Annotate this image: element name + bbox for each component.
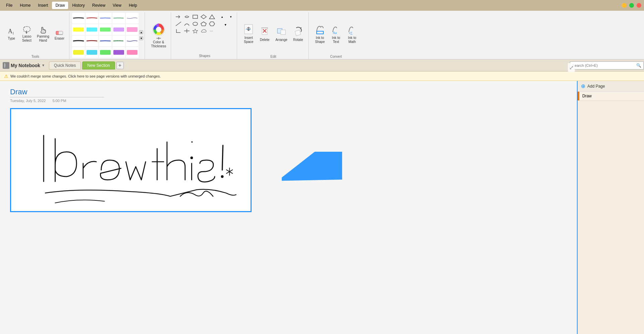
pen-3[interactable] — [99, 13, 112, 23]
shape-dropdown[interactable]: ▼ — [218, 21, 233, 28]
svg-marker-18 — [193, 29, 198, 33]
right-panel: ⊕ Add Page Draw T TEMPLATE.NET — [577, 81, 644, 334]
svg-text:Aa: Aa — [333, 31, 337, 35]
page-title-area: Draw Tuesday, July 5, 2022 5:00 PM — [10, 88, 567, 103]
shape-star[interactable] — [191, 28, 199, 34]
shape-hexagon[interactable] — [208, 20, 216, 27]
notebook-dropdown-icon[interactable]: ▼ — [42, 63, 45, 67]
rotate-button[interactable]: Rotate — [291, 24, 306, 43]
shape-triangle[interactable] — [208, 13, 216, 20]
highlighter-r2-violet[interactable] — [112, 47, 125, 58]
highlighter-green[interactable] — [99, 24, 112, 35]
highlighter-r2-yellow[interactable] — [72, 47, 85, 58]
shape-arc[interactable] — [183, 20, 191, 27]
add-section-button[interactable]: + — [116, 62, 124, 69]
pen-4[interactable] — [112, 13, 125, 23]
pen-r2-4[interactable] — [112, 36, 125, 46]
shape-lshape[interactable] — [174, 28, 182, 34]
eraser-button[interactable]: Eraser — [53, 26, 66, 42]
pen-r2-3[interactable] — [99, 36, 112, 46]
highlighter-yellow[interactable] — [72, 24, 85, 35]
expand-icon[interactable]: ⤢ — [568, 63, 575, 72]
pen-grid — [72, 13, 139, 58]
shape-cross[interactable] — [183, 28, 191, 34]
svg-point-39 — [221, 175, 224, 178]
highlighter-pink[interactable] — [126, 24, 139, 35]
shape-scroll-up[interactable]: ▲ — [218, 13, 226, 20]
highlighter-purple[interactable] — [112, 24, 125, 35]
ribbon: A I Type LassoSelect Panning — [0, 11, 644, 59]
pen-scroll-down[interactable]: ▼ — [139, 36, 143, 40]
add-page-button[interactable]: ⊕ Add Page — [578, 81, 644, 92]
ink-to-math-button[interactable]: π∑ Ink toMath — [345, 22, 360, 45]
shape-arrow[interactable] — [174, 13, 182, 20]
new-section-tab[interactable]: New Section — [82, 61, 115, 69]
highlighter-cyan[interactable] — [86, 24, 98, 35]
color-thickness-button[interactable]: Color &Thickness — [149, 21, 168, 50]
warning-message: We couldn't merge some changes. Click he… — [10, 74, 161, 78]
page-title-text[interactable]: Draw — [10, 88, 567, 96]
menu-review[interactable]: Review — [89, 2, 109, 9]
page-list-item[interactable]: Draw — [578, 92, 644, 101]
title-bar-right — [622, 3, 641, 8]
search-icon[interactable]: 🔍 — [636, 63, 641, 68]
quick-notes-tab[interactable]: Quick Notes — [49, 61, 81, 69]
title-bar-left: File Home Insert Draw History Review Vie… — [3, 2, 141, 9]
pen-2[interactable] — [86, 13, 98, 23]
pen-r2-2[interactable] — [86, 36, 98, 46]
shape-pentagon[interactable] — [200, 20, 208, 27]
page-item-label: Draw — [582, 94, 592, 98]
maximize-button[interactable] — [629, 3, 634, 8]
menu-draw[interactable]: Draw — [52, 2, 68, 9]
search-input[interactable] — [570, 61, 644, 69]
lasso-select-button[interactable]: LassoSelect — [20, 23, 34, 44]
highlighter-r2-pink2[interactable] — [126, 47, 139, 58]
menu-history[interactable]: History — [69, 2, 88, 9]
menu-view[interactable]: View — [109, 2, 125, 9]
highlighter-r2-teal[interactable] — [86, 47, 98, 58]
ink-to-shape-button[interactable]: Ink toShape — [313, 22, 327, 45]
pen-r2-1[interactable] — [72, 36, 85, 46]
shape-diamond[interactable] — [200, 13, 208, 20]
drawing-box[interactable] — [10, 108, 252, 212]
shapes-label: Shapes — [199, 54, 210, 58]
ribbon-group-color: Color &Thickness — [146, 12, 171, 59]
delete-button[interactable]: Delete — [257, 24, 272, 43]
shape-rect[interactable] — [191, 13, 199, 20]
svg-rect-30 — [317, 31, 323, 34]
ribbon-content: A I Type LassoSelect Panning — [0, 11, 644, 59]
menu-insert[interactable]: Insert — [35, 2, 51, 9]
svg-point-6 — [156, 27, 161, 32]
shape-lasso[interactable] — [183, 13, 191, 20]
close-button[interactable] — [637, 3, 641, 8]
menu-file[interactable]: File — [3, 2, 16, 9]
minimize-button[interactable] — [622, 3, 627, 8]
highlighter-r2-lime[interactable] — [99, 47, 112, 58]
pen-scroll-up[interactable]: ▲ — [139, 30, 143, 34]
pen-5[interactable] — [126, 13, 139, 23]
type-button[interactable]: A I Type — [4, 25, 19, 42]
menu-home[interactable]: Home — [16, 2, 34, 9]
notebook-title[interactable]: My Notebook ▼ — [3, 62, 45, 69]
shape-line[interactable] — [174, 20, 182, 27]
pen-r2-5[interactable] — [126, 36, 139, 46]
ribbon-group-shapes: ··· ▲ ▼ ▼ Shapes — [172, 12, 237, 59]
ribbon-group-tools: A I Type LassoSelect Panning — [1, 12, 69, 59]
add-page-label: Add Page — [587, 84, 605, 89]
insert-space-button[interactable]: InsertSpace — [241, 22, 256, 45]
ribbon-group-pens: ▲ ▼ — [71, 12, 145, 59]
shape-cloud[interactable] — [200, 28, 208, 34]
shape-circle[interactable] — [191, 20, 199, 27]
title-bar: File Home Insert Draw History Review Vie… — [0, 0, 644, 11]
arrange-button[interactable]: Arrange — [273, 24, 289, 43]
pen-1[interactable] — [72, 13, 85, 23]
shape-scroll-down[interactable]: ▼ — [227, 13, 235, 20]
shape-more[interactable]: ··· — [208, 28, 216, 34]
shapes-row-controls: ▲ ▼ — [218, 13, 235, 20]
warning-bar[interactable]: ⚠ We couldn't merge some changes. Click … — [0, 71, 644, 81]
panning-hand-button[interactable]: PanningHand — [35, 23, 51, 44]
svg-rect-3 — [59, 31, 63, 35]
color-thickness-content: Color &Thickness — [149, 13, 168, 57]
ink-to-text-button[interactable]: Aa Ink toText — [329, 22, 343, 45]
menu-help[interactable]: Help — [125, 2, 141, 9]
